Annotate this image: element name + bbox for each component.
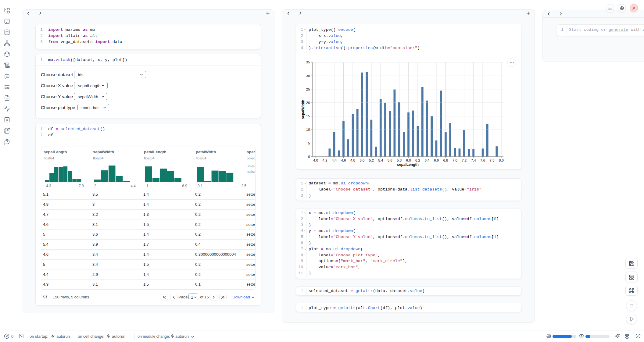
svg-text:5.4: 5.4	[378, 159, 383, 162]
svg-text:0: 0	[308, 155, 310, 159]
svg-text:5.8: 5.8	[397, 159, 402, 162]
svg-text:6.2: 6.2	[415, 159, 420, 162]
svg-text:5.6: 5.6	[388, 159, 392, 162]
svg-text:7.4: 7.4	[471, 159, 476, 162]
svg-text:7.2: 7.2	[462, 159, 467, 162]
svg-text:5: 5	[308, 141, 310, 145]
svg-text:6.4: 6.4	[425, 159, 430, 162]
svg-text:8.0: 8.0	[499, 159, 504, 162]
svg-text:7.0: 7.0	[453, 159, 457, 162]
svg-text:5.2: 5.2	[369, 159, 374, 162]
svg-text:6.6: 6.6	[434, 159, 439, 162]
svg-text:25: 25	[306, 87, 310, 91]
svg-text:20: 20	[306, 101, 310, 105]
svg-text:4.8: 4.8	[350, 159, 355, 162]
svg-text:sepalWidth: sepalWidth	[301, 100, 305, 119]
svg-text:6.0: 6.0	[406, 159, 411, 162]
svg-text:sepalLength: sepalLength	[397, 162, 419, 167]
svg-text:7.6: 7.6	[480, 159, 485, 162]
svg-text:10: 10	[306, 128, 310, 131]
svg-text:4.4: 4.4	[332, 159, 337, 162]
svg-text:5.0: 5.0	[360, 159, 364, 162]
svg-text:6.8: 6.8	[443, 159, 448, 162]
svg-text:30: 30	[306, 74, 310, 78]
svg-text:4.6: 4.6	[341, 159, 346, 162]
svg-text:4.0: 4.0	[313, 159, 318, 162]
svg-text:4.2: 4.2	[323, 159, 327, 162]
svg-text:15: 15	[306, 114, 310, 118]
svg-text:35: 35	[306, 60, 310, 64]
svg-text:7.8: 7.8	[490, 159, 495, 162]
